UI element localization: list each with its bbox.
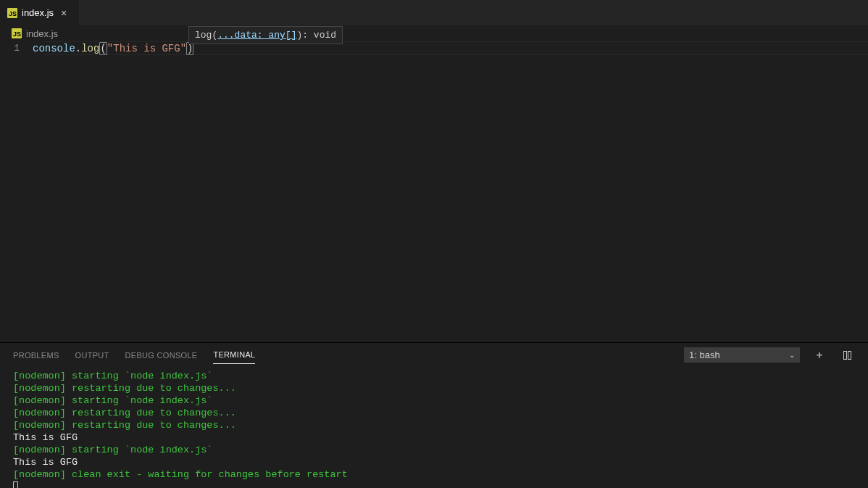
javascript-icon: JS	[12, 28, 22, 38]
terminal-output[interactable]: [nodemon] starting `node index.js`[nodem…	[0, 367, 868, 488]
terminal-line: [nodemon] restarting due to changes...	[13, 419, 855, 431]
tab-debug-console[interactable]: DEBUG CONSOLE	[125, 347, 198, 364]
terminal-line: [nodemon] restarting due to changes...	[13, 407, 855, 419]
terminal-cursor-line	[13, 481, 855, 488]
code-editor[interactable]: 1 console.log("This is GFG")	[0, 41, 868, 342]
signature-suffix: ): void	[296, 30, 336, 41]
code-content[interactable]: console.log("This is GFG")	[33, 43, 193, 54]
tab-terminal[interactable]: TERMINAL	[213, 346, 255, 364]
terminal-line: [nodemon] restarting due to changes...	[13, 382, 855, 394]
bottom-panel: PROBLEMS OUTPUT DEBUG CONSOLE TERMINAL 1…	[0, 342, 868, 488]
signature-param: ...data: any[]	[217, 30, 296, 41]
panel-tabs: PROBLEMS OUTPUT DEBUG CONSOLE TERMINAL 1…	[0, 343, 868, 367]
breadcrumb[interactable]: JS index.js	[0, 25, 868, 41]
line-number: 1	[0, 43, 33, 54]
panel-tabs-right: 1: bash ⌄	[684, 347, 855, 363]
javascript-icon: JS	[7, 8, 17, 18]
panel-tabs-left: PROBLEMS OUTPUT DEBUG CONSOLE TERMINAL	[13, 346, 255, 364]
token-method: log	[81, 43, 99, 54]
terminal-line: This is GFG	[13, 431, 855, 444]
token-identifier: console	[33, 43, 75, 54]
tab-bar: JS index.js ×	[0, 0, 868, 25]
token-string: "This is GFG"	[107, 43, 186, 54]
terminal-line: [nodemon] clean exit - waiting for chang…	[13, 468, 855, 481]
terminal-line: This is GFG	[13, 456, 855, 468]
terminal-line: [nodemon] starting `node index.js`	[13, 370, 855, 382]
editor-line[interactable]: 1 console.log("This is GFG")	[0, 41, 868, 55]
terminal-cursor	[13, 481, 18, 488]
close-icon[interactable]: ×	[58, 7, 70, 19]
split-terminal-button[interactable]	[839, 347, 855, 363]
chevron-down-icon: ⌄	[789, 351, 795, 359]
token-open-paren: (	[99, 42, 107, 55]
signature-prefix: log(	[195, 30, 217, 41]
terminal-line: [nodemon] starting `node index.js`	[13, 394, 855, 407]
tab-index-js[interactable]: JS index.js ×	[0, 0, 80, 25]
tab-output[interactable]: OUTPUT	[75, 347, 109, 364]
tab-problems[interactable]: PROBLEMS	[13, 347, 59, 364]
token-punctuation: .	[75, 43, 81, 54]
split-icon	[843, 351, 851, 360]
tab-label: index.js	[22, 7, 54, 18]
breadcrumb-label: index.js	[26, 28, 58, 39]
signature-help-tooltip: log(...data: any[]): void	[188, 26, 343, 44]
terminal-selector[interactable]: 1: bash ⌄	[684, 347, 800, 363]
terminal-selector-label: 1: bash	[689, 350, 720, 360]
terminal-line: [nodemon] starting `node index.js`	[13, 444, 855, 456]
new-terminal-button[interactable]	[811, 347, 827, 363]
